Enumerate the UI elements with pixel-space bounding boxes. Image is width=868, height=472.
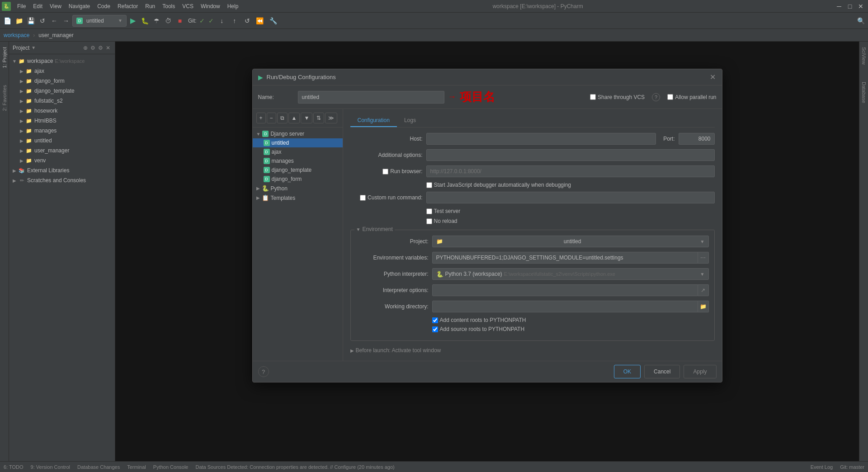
coverage-btn[interactable]: ☂: [151, 15, 162, 26]
version-control-status[interactable]: 9: Version Control: [31, 464, 70, 470]
content-roots-checkbox[interactable]: [432, 317, 438, 323]
config-manages[interactable]: D manages: [253, 156, 343, 165]
apply-button[interactable]: Apply: [684, 365, 716, 378]
refresh-btn[interactable]: ↺: [37, 15, 48, 26]
tree-manages[interactable]: ▶ 📁 manages: [9, 126, 115, 136]
move-up-btn[interactable]: ▲: [288, 113, 300, 123]
git-update-btn[interactable]: ↓: [217, 15, 227, 26]
wrench-btn[interactable]: 🔧: [268, 15, 279, 26]
config-name-input[interactable]: [298, 91, 444, 104]
tab-configuration[interactable]: Configuration: [350, 114, 397, 127]
tree-venv[interactable]: ▶ 📁 venv: [9, 156, 115, 165]
menu-tools[interactable]: Tools: [159, 2, 179, 10]
templates-group[interactable]: ▶ 📋 Templates: [253, 193, 343, 203]
run-browser-checkbox[interactable]: [382, 169, 388, 175]
todo-status[interactable]: 6: TODO: [4, 464, 24, 470]
search-btn[interactable]: 🔍: [855, 15, 866, 26]
menu-help[interactable]: Help: [224, 2, 242, 10]
port-input[interactable]: [679, 133, 715, 145]
debug-btn[interactable]: 🐛: [139, 15, 150, 26]
parallel-run-checkbox[interactable]: [667, 94, 673, 100]
tree-hosework[interactable]: ▶ 📁 hosework: [9, 106, 115, 116]
tree-fullstatic[interactable]: ▶ 📁 fullstatic_s2: [9, 96, 115, 106]
cancel-button[interactable]: Cancel: [644, 365, 680, 378]
menu-navigate[interactable]: Navigate: [65, 2, 94, 10]
remove-config-btn[interactable]: −: [267, 113, 276, 123]
custom-run-checkbox[interactable]: [360, 195, 366, 201]
panel-close-btn[interactable]: ✕: [105, 44, 111, 52]
git-check1[interactable]: ✓: [198, 16, 206, 25]
copy-config-btn[interactable]: ⧉: [277, 113, 288, 123]
config-django-template[interactable]: D django_template: [253, 165, 343, 175]
additional-options-input[interactable]: [426, 149, 715, 161]
git-master-status[interactable]: Git: master: [840, 464, 864, 470]
env-vars-edit-btn[interactable]: ⋯: [698, 252, 709, 264]
share-vcs-checkbox-label[interactable]: Share through VCS: [590, 94, 645, 100]
project-dropdown[interactable]: 📁 untitled ▼: [432, 236, 709, 247]
maximize-btn[interactable]: □: [844, 1, 855, 12]
forward-btn[interactable]: →: [61, 15, 71, 26]
env-vars-input[interactable]: [432, 252, 698, 264]
before-launch-row[interactable]: ▶ Before launch: Activate tool window: [350, 345, 715, 355]
config-untitled[interactable]: D untitled: [253, 138, 343, 147]
new-file-btn[interactable]: 📄: [2, 15, 13, 26]
working-dir-input[interactable]: [432, 301, 698, 312]
git-push-btn[interactable]: ↑: [229, 15, 240, 26]
test-server-checkbox[interactable]: [426, 208, 432, 214]
menu-run[interactable]: Run: [142, 2, 159, 10]
terminal-status[interactable]: Terminal: [127, 464, 146, 470]
tree-workspace[interactable]: ▼ 📁 workspace E:\workspace: [9, 56, 115, 66]
interpreter-options-btn[interactable]: ↗: [698, 284, 709, 296]
move-down-btn[interactable]: ▼: [301, 113, 312, 123]
js-debugger-checkbox[interactable]: [426, 182, 432, 188]
menu-view[interactable]: View: [46, 2, 65, 10]
add-config-btn[interactable]: +: [256, 113, 266, 123]
save-btn[interactable]: 💾: [25, 15, 36, 26]
host-input[interactable]: [426, 133, 656, 145]
config-ajax[interactable]: D ajax: [253, 147, 343, 156]
tab-sciview[interactable]: SciView: [860, 43, 868, 68]
profile-btn[interactable]: ⏱: [163, 15, 174, 26]
menu-vcs[interactable]: VCS: [179, 2, 197, 10]
db-changes-status[interactable]: Database Changes: [77, 464, 120, 470]
custom-run-input[interactable]: [426, 192, 715, 203]
sort-btn[interactable]: ⇅: [313, 113, 324, 123]
menu-code[interactable]: Code: [94, 2, 114, 10]
workspace-breadcrumb[interactable]: workspace: [4, 32, 29, 38]
share-vcs-help-btn[interactable]: ?: [652, 93, 660, 101]
manager-breadcrumb[interactable]: user_manager: [38, 32, 73, 38]
tree-htmlbbs[interactable]: ▶ 📁 HtmlBBS: [9, 116, 115, 126]
git-history-btn[interactable]: ⏪: [255, 15, 265, 26]
tree-user-manager[interactable]: ▶ 📁 user_manager: [9, 146, 115, 156]
source-roots-checkbox[interactable]: [432, 326, 438, 332]
open-btn[interactable]: 📁: [14, 15, 24, 26]
tree-django-template[interactable]: ▶ 📁 django_template: [9, 86, 115, 96]
menu-edit[interactable]: Edit: [29, 2, 46, 10]
python-console-status[interactable]: Python Console: [153, 464, 189, 470]
config-django-form[interactable]: D django_form: [253, 175, 343, 184]
share-vcs-checkbox[interactable]: [590, 94, 596, 100]
tab-project[interactable]: 1: Project: [1, 43, 8, 71]
dialog-close-btn[interactable]: ✕: [709, 72, 717, 82]
tree-ajax[interactable]: ▶ 📁 ajax: [9, 66, 115, 76]
working-dir-browse-btn[interactable]: 📁: [698, 301, 709, 312]
menu-refactor[interactable]: Refactor: [114, 2, 142, 10]
environment-header[interactable]: ▼ Environment: [354, 226, 395, 232]
tree-django-form[interactable]: ▶ 📁 django_form: [9, 76, 115, 86]
run-btn[interactable]: ▶: [127, 15, 138, 26]
python-group[interactable]: ▶ 🐍 Python: [253, 184, 343, 193]
config-dropdown[interactable]: D untitled ▼: [72, 15, 127, 27]
parallel-run-label[interactable]: Allow parallel run: [667, 94, 716, 100]
tree-scratches[interactable]: ▶ ✏ Scratches and Consoles: [9, 175, 115, 185]
event-log-status[interactable]: Event Log: [811, 464, 833, 470]
tab-database[interactable]: Database: [860, 78, 868, 107]
panel-scope-btn[interactable]: ⊕: [82, 44, 89, 52]
menu-window[interactable]: Window: [197, 2, 224, 10]
git-check2[interactable]: ✓: [208, 16, 215, 25]
django-server-group[interactable]: ▼ D Django server: [253, 129, 343, 138]
git-revert-btn[interactable]: ↺: [242, 15, 253, 26]
more-btn[interactable]: ≫: [325, 113, 337, 123]
back-btn[interactable]: ←: [49, 15, 60, 26]
run-browser-input[interactable]: [426, 165, 715, 177]
menu-file[interactable]: File: [14, 2, 29, 10]
